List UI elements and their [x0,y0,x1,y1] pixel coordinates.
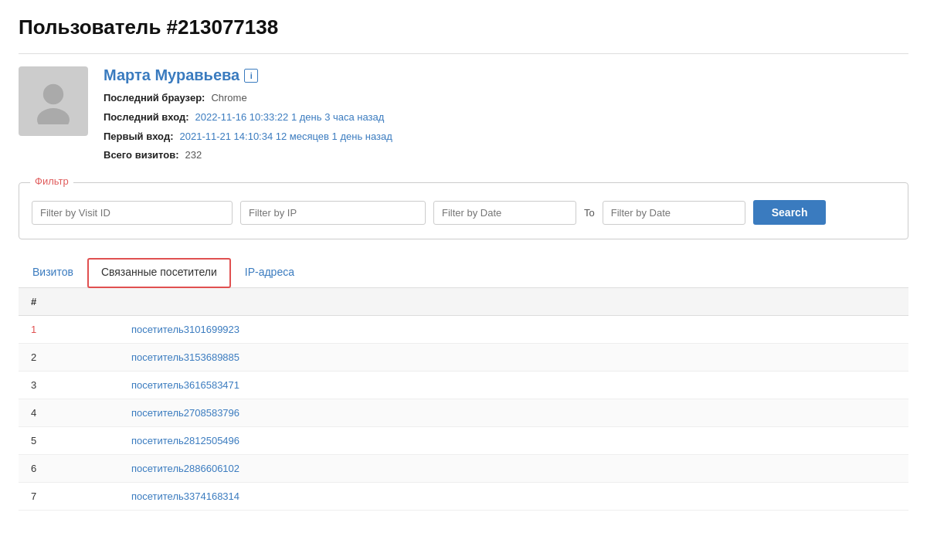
row-number: 1 [19,316,119,344]
table-row: 7посетитель3374168314 [19,483,908,511]
svg-point-0 [43,84,63,104]
visitor-link-cell[interactable]: посетитель3101699923 [119,316,908,344]
profile-section: Марта Муравьева i Последний браузер: Chr… [19,66,908,164]
row-number: 3 [19,372,119,399]
table-row: 4посетитель2708583796 [19,399,908,427]
title-divider [19,53,908,54]
table-row: 2посетитель3153689885 [19,344,908,372]
visitor-link-cell[interactable]: посетитель2886606102 [119,455,908,483]
profile-info-icon[interactable]: i [244,69,258,83]
filter-ip-input[interactable] [240,201,426,225]
last-login-row: Последний вход: 2022-11-16 10:33:22 1 де… [104,110,392,126]
profile-info: Марта Муравьева i Последний браузер: Chr… [104,66,392,164]
visitor-link[interactable]: посетитель3101699923 [131,324,239,335]
profile-name-text: Марта Муравьева [104,66,239,84]
filter-row: To Search [32,200,895,225]
profile-name-row: Марта Муравьева i [104,66,392,84]
col-visitor-header [119,288,908,316]
first-login-row: Первый вход: 2021-11-21 14:10:34 12 меся… [104,129,392,145]
avatar [19,66,88,136]
last-browser-label: Последний браузер: [104,90,205,107]
filter-date-to-input[interactable] [603,201,745,225]
tab-related-visitors[interactable]: Связанные посетители [87,258,231,288]
filter-legend: Фильтр [30,175,73,187]
col-num-header: # [19,288,119,316]
avatar-icon [30,78,76,124]
table-row: 1посетитель3101699923 [19,316,908,344]
last-browser-row: Последний браузер: Chrome [104,90,392,107]
visitor-link[interactable]: посетитель3153689885 [131,351,239,363]
visitor-link-cell[interactable]: посетитель3153689885 [119,344,908,372]
first-login-label: Первый вход: [104,129,173,145]
visitor-link[interactable]: посетитель2708583796 [131,407,239,419]
table-body: 1посетитель31016999232посетитель31536898… [19,316,908,511]
first-login-value: 2021-11-21 14:10:34 12 месяцев 1 день на… [179,129,392,145]
table-row: 6посетитель2886606102 [19,455,908,483]
table-row: 3посетитель3616583471 [19,372,908,399]
visitors-table: # 1посетитель31016999232посетитель315368… [19,288,908,511]
visitor-link-cell[interactable]: посетитель2812505496 [119,427,908,455]
visitor-link-cell[interactable]: посетитель3374168314 [119,483,908,511]
filter-section: Фильтр To Search [19,182,908,239]
filter-date-from-input[interactable] [433,201,576,225]
tab-ips[interactable]: IP-адреса [231,258,308,287]
row-number: 6 [19,455,119,483]
total-visits-label: Всего визитов: [104,148,179,164]
tabs-row: Визитов Связанные посетители IP-адреса [19,258,908,288]
total-visits-row: Всего визитов: 232 [104,148,392,164]
row-number: 5 [19,427,119,455]
row-number: 4 [19,399,119,427]
total-visits-value: 232 [185,148,202,164]
row-number: 2 [19,344,119,372]
search-button[interactable]: Search [753,200,827,225]
tab-visits[interactable]: Визитов [19,258,87,287]
page-title: Пользователь #213077138 [19,15,908,39]
page-container: Пользователь #213077138 Марта Муравьева … [0,0,927,526]
table-row: 5посетитель2812505496 [19,427,908,455]
row-number: 7 [19,483,119,511]
visitor-link[interactable]: посетитель2812505496 [131,435,239,446]
visitor-link-cell[interactable]: посетитель2708583796 [119,399,908,427]
table-header-row: # [19,288,908,316]
visitor-link[interactable]: посетитель2886606102 [131,463,239,474]
svg-point-1 [37,108,70,124]
filter-visit-id-input[interactable] [32,201,233,225]
visitor-link[interactable]: посетитель3616583471 [131,379,239,391]
filter-to-label: To [584,207,595,219]
last-login-value: 2022-11-16 10:33:22 1 день 3 часа назад [195,110,385,126]
visitor-link-cell[interactable]: посетитель3616583471 [119,372,908,399]
visitor-link[interactable]: посетитель3374168314 [131,490,239,502]
last-login-label: Последний вход: [104,110,189,126]
last-browser-value: Chrome [211,90,246,107]
